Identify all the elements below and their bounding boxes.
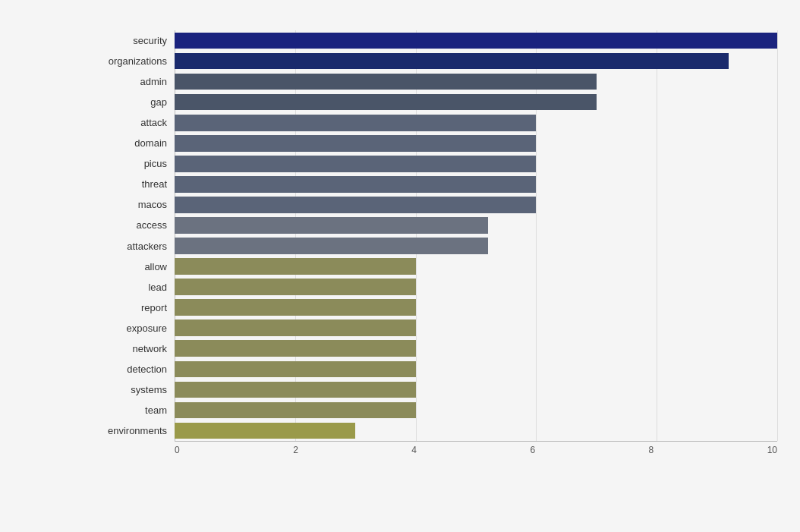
- bar-track: [175, 279, 777, 295]
- bar-fill: [175, 423, 355, 439]
- bar-fill: [175, 53, 729, 70]
- tick-label: 10: [767, 445, 777, 455]
- bar-label: access: [91, 219, 175, 231]
- bar-fill: [175, 320, 416, 336]
- bar-fill: [175, 176, 536, 193]
- bar-row: organizations: [91, 51, 777, 71]
- bar-row: exposure: [91, 318, 777, 338]
- bar-track: [175, 33, 777, 49]
- bar-label: domain: [91, 137, 175, 149]
- bar-row: access: [91, 215, 777, 235]
- bar-row: threat: [91, 174, 777, 194]
- bar-track: [175, 299, 777, 316]
- bar-track: [175, 258, 777, 275]
- bar-track: [175, 176, 777, 193]
- bar-fill: [175, 299, 416, 316]
- bar-row: network: [91, 338, 777, 359]
- bar-fill: [175, 74, 597, 90]
- grid-line: [777, 30, 778, 441]
- bar-label: detection: [91, 364, 175, 375]
- bar-fill: [175, 238, 488, 254]
- bar-label: admin: [91, 76, 175, 87]
- bar-fill: [175, 135, 536, 152]
- bar-label: systems: [91, 384, 175, 395]
- bar-row: security: [91, 30, 777, 51]
- bar-label: macos: [91, 199, 175, 210]
- bar-track: [175, 423, 777, 439]
- tick-label: 8: [649, 445, 654, 455]
- bar-row: macos: [91, 194, 777, 215]
- bar-label: exposure: [91, 323, 175, 334]
- bar-fill: [175, 94, 597, 111]
- bar-fill: [175, 33, 777, 49]
- x-axis: 0246810: [175, 441, 777, 455]
- bar-fill: [175, 402, 416, 419]
- bar-track: [175, 361, 777, 378]
- bar-fill: [175, 361, 416, 378]
- bar-track: [175, 238, 777, 254]
- bar-track: [175, 340, 777, 357]
- bar-track: [175, 402, 777, 419]
- tick-label: 6: [530, 445, 535, 455]
- bar-row: domain: [91, 133, 777, 153]
- bar-label: organizations: [91, 55, 175, 67]
- bar-label: attack: [91, 117, 175, 128]
- bar-label: gap: [91, 96, 175, 108]
- bar-label: attackers: [91, 241, 175, 252]
- bar-row: systems: [91, 379, 777, 400]
- bar-track: [175, 156, 777, 172]
- bar-row: environments: [91, 420, 777, 441]
- bar-track: [175, 74, 777, 90]
- bar-track: [175, 382, 777, 398]
- bar-fill: [175, 258, 416, 275]
- tick-label: 4: [411, 445, 417, 455]
- bar-label: allow: [91, 261, 175, 272]
- bar-track: [175, 53, 777, 70]
- bar-label: team: [91, 405, 175, 416]
- bar-row: detection: [91, 359, 777, 379]
- bar-row: gap: [91, 92, 777, 112]
- bar-label: lead: [91, 282, 175, 293]
- bar-fill: [175, 115, 536, 131]
- bar-fill: [175, 340, 416, 357]
- bar-row: admin: [91, 71, 777, 92]
- bar-label: environments: [91, 425, 175, 436]
- tick-label: 0: [175, 445, 180, 455]
- bar-track: [175, 115, 777, 131]
- bar-track: [175, 320, 777, 336]
- bar-row: attack: [91, 112, 777, 133]
- bar-row: picus: [91, 153, 777, 174]
- bar-track: [175, 135, 777, 152]
- bar-fill: [175, 279, 416, 295]
- bar-row: allow: [91, 257, 777, 277]
- tick-label: 2: [293, 445, 298, 455]
- bar-row: lead: [91, 277, 777, 297]
- bar-row: attackers: [91, 236, 777, 257]
- bar-track: [175, 197, 777, 213]
- bar-label: picus: [91, 158, 175, 169]
- bar-fill: [175, 156, 536, 172]
- bar-label: security: [91, 35, 175, 46]
- bar-fill: [175, 217, 488, 234]
- bar-row: team: [91, 400, 777, 420]
- bar-label: network: [91, 343, 175, 354]
- bar-fill: [175, 382, 416, 398]
- bar-row: report: [91, 297, 777, 318]
- bar-label: report: [91, 302, 175, 313]
- bar-label: threat: [91, 178, 175, 190]
- bar-track: [175, 94, 777, 111]
- bar-track: [175, 217, 777, 234]
- chart-container: securityorganizationsadmingapattackdomai…: [0, 0, 800, 532]
- bar-fill: [175, 197, 536, 213]
